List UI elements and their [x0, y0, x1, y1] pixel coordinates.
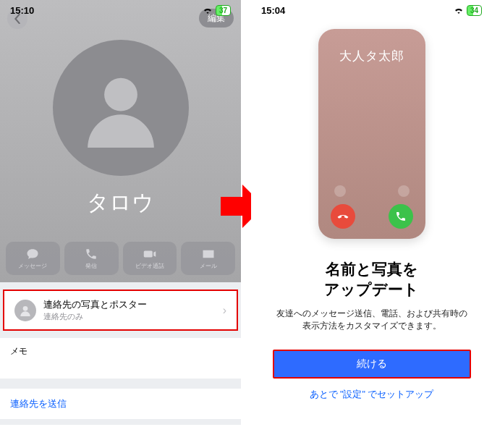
message-button[interactable]: メッセージ	[6, 242, 60, 275]
battery-icon: 37	[216, 5, 231, 16]
wifi-icon	[203, 7, 213, 14]
svg-point-0	[104, 78, 137, 111]
remind-icon	[334, 185, 346, 197]
person-icon	[81, 68, 161, 148]
row-subtitle: 連絡先のみ	[43, 311, 216, 322]
contact-poster-preview: 大人タ太郎	[318, 29, 425, 239]
row-text: 連絡先の写真とポスター 連絡先のみ	[43, 298, 216, 322]
accept-button	[389, 204, 413, 229]
chevron-right-icon: ›	[223, 304, 226, 317]
contact-card-screen: 15:10 37 編集 タロウ メッセージ 発信	[0, 0, 241, 448]
desc-line2: 表示方法をカスタマイズできます。	[302, 321, 441, 330]
status-time: 15:10	[10, 5, 34, 16]
photo-poster-row[interactable]: 連絡先の写真とポスター 連絡先のみ ›	[3, 289, 238, 331]
setup-later-link[interactable]: あとで "設定" でセットアップ	[310, 389, 434, 401]
later-label: あとで "設定" でセットアップ	[310, 389, 434, 400]
call-button[interactable]: 発信	[64, 242, 119, 275]
contact-name: タロウ	[0, 188, 241, 218]
phone-icon	[85, 248, 98, 261]
onboarding-title: 名前と写真を アップデート	[324, 259, 419, 300]
onboarding-description: 友達へのメッセージ送信、電話、および共有時の 表示方法をカスタマイズできます。	[276, 308, 467, 333]
wifi-icon	[454, 7, 464, 14]
call-controls	[318, 185, 425, 229]
svg-point-1	[23, 306, 28, 311]
poster-name: 大人タ太郎	[318, 48, 425, 64]
battery-icon: 34	[467, 5, 482, 16]
video-button[interactable]: ビデオ通話	[123, 242, 177, 275]
phone-down-icon	[337, 211, 349, 222]
contact-list: 連絡先の写真とポスター 連絡先のみ › メモ 連絡先を送信	[0, 282, 241, 425]
action-label: メッセージ	[18, 262, 47, 270]
action-label: メール	[200, 262, 217, 270]
continue-button[interactable]: 続ける	[273, 350, 471, 379]
decline-button	[331, 204, 355, 229]
send-contact-label: 連絡先を送信	[10, 398, 67, 409]
status-bar: 15:10 37	[0, 0, 241, 20]
desc-line1: 友達へのメッセージ送信、電話、および共有時の	[276, 309, 467, 318]
continue-label: 続ける	[357, 358, 387, 371]
send-contact-button[interactable]: 連絡先を送信	[0, 389, 241, 419]
title-line2: アップデート	[324, 281, 419, 297]
phone-icon	[395, 211, 407, 222]
contact-hero: 編集 タロウ メッセージ 発信 ビデオ通話 メール	[0, 0, 241, 282]
memo-field[interactable]: メモ	[0, 338, 241, 379]
contact-avatar[interactable]	[53, 40, 189, 176]
avatar-icon	[14, 300, 36, 321]
memo-label: メモ	[10, 346, 27, 356]
video-icon	[143, 248, 156, 261]
message-icon	[398, 185, 410, 197]
action-row: メッセージ 発信 ビデオ通話 メール	[0, 242, 241, 275]
action-label: ビデオ通話	[135, 262, 164, 270]
mail-icon	[202, 248, 215, 261]
status-bar: 15:04 34	[251, 0, 492, 20]
row-title: 連絡先の写真とポスター	[43, 298, 216, 311]
update-prompt-screen: 15:04 34 大人タ太郎	[251, 0, 492, 448]
message-icon	[26, 248, 39, 261]
person-icon	[20, 305, 31, 316]
status-time: 15:04	[261, 5, 285, 16]
action-label: 発信	[85, 262, 97, 270]
mail-button[interactable]: メール	[181, 242, 235, 275]
onboarding-body: 大人タ太郎 名前と写真を アップデート	[251, 20, 492, 401]
title-line1: 名前と写真を	[326, 261, 418, 277]
